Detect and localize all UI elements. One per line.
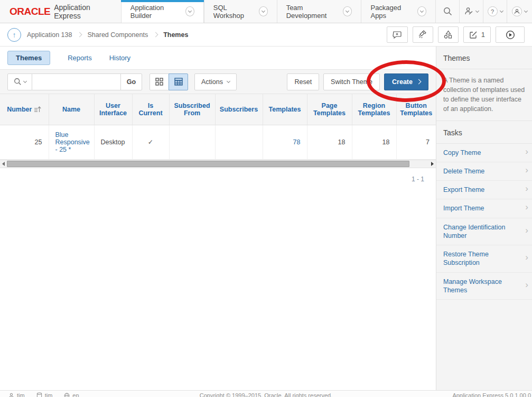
footer-session-info: tim tim en bbox=[8, 392, 79, 397]
administration-icon[interactable] bbox=[459, 0, 483, 23]
chevron-down-icon bbox=[227, 79, 230, 83]
tab-history[interactable]: History bbox=[109, 54, 130, 62]
tab-reports[interactable]: Reports bbox=[68, 54, 92, 62]
search-icon[interactable] bbox=[435, 0, 459, 23]
chevron-down-icon[interactable] bbox=[259, 6, 268, 16]
breadcrumb-separator-icon bbox=[77, 32, 82, 38]
cell-number: 25 bbox=[0, 125, 49, 159]
task-export-theme[interactable]: Export Theme› bbox=[436, 181, 532, 199]
task-copy-theme[interactable]: Copy Theme› bbox=[436, 144, 532, 162]
run-application-button[interactable] bbox=[496, 26, 525, 43]
theme-name-link[interactable]: Blue Responsive - 25 * bbox=[55, 131, 90, 153]
table-view-icon bbox=[174, 78, 183, 86]
chevron-down-icon[interactable] bbox=[185, 6, 194, 16]
task-restore-theme-subscription[interactable]: Restore Theme Subscription› bbox=[436, 245, 532, 273]
footer-copyright: Copyright © 1999–2015, Oracle. All right… bbox=[200, 392, 332, 397]
chevron-down-icon bbox=[524, 9, 528, 13]
reset-button[interactable]: Reset bbox=[287, 73, 319, 90]
globe-icon bbox=[64, 393, 70, 397]
column-header-name[interactable]: Name bbox=[49, 94, 94, 125]
chevron-down-icon[interactable] bbox=[343, 6, 352, 16]
actions-menu-button[interactable]: Actions bbox=[194, 73, 237, 90]
column-header-region-templates[interactable]: Region Templates bbox=[352, 94, 396, 125]
templates-count-link[interactable]: 78 bbox=[293, 139, 301, 146]
cell-name: Blue Responsive - 25 * bbox=[49, 125, 94, 159]
table-row: 25 Blue Responsive - 25 * Desktop ✓ 78 1… bbox=[0, 125, 436, 159]
breadcrumb-separator-icon bbox=[153, 32, 158, 38]
chevron-right-icon bbox=[416, 79, 422, 85]
column-header-user-interface[interactable]: User Interface bbox=[94, 94, 132, 125]
column-header-templates[interactable]: Templates bbox=[263, 94, 307, 125]
task-delete-theme[interactable]: Delete Theme› bbox=[436, 162, 532, 181]
column-header-page-templates[interactable]: Page Templates bbox=[307, 94, 352, 125]
nav-tab-label: Application Builder bbox=[130, 4, 181, 20]
scrollbar-thumb[interactable] bbox=[7, 161, 409, 167]
search-input[interactable] bbox=[32, 73, 121, 90]
scroll-left-arrow-icon[interactable] bbox=[2, 162, 5, 166]
chevron-right-icon: › bbox=[525, 252, 528, 263]
chevron-right-icon: › bbox=[525, 164, 528, 176]
breadcrumb-application[interactable]: Application 138 bbox=[27, 31, 72, 39]
search-column-selector[interactable] bbox=[7, 73, 32, 90]
go-button[interactable]: Go bbox=[120, 73, 142, 90]
main-content: Themes Reports History Go Actions bbox=[0, 47, 436, 390]
footer-version: Application Express 5.0.1.00.0 bbox=[452, 392, 531, 397]
breadcrumb-shared-components[interactable]: Shared Components bbox=[87, 31, 148, 39]
chevron-right-icon: › bbox=[525, 201, 528, 213]
right-sidebar: Themes A Theme is a named collection of … bbox=[436, 47, 532, 390]
column-header-subscribed-from[interactable]: Subscribed From bbox=[169, 94, 215, 125]
chevron-right-icon: › bbox=[525, 183, 528, 195]
user-account-icon[interactable] bbox=[507, 0, 532, 23]
page-footer: tim tim en Copyright © 1999–2015, Oracle… bbox=[0, 390, 532, 397]
cell-button-templates: 7 bbox=[396, 125, 436, 159]
cell-user-interface: Desktop bbox=[94, 125, 132, 159]
column-header-is-current[interactable]: Is Current bbox=[132, 94, 169, 125]
nav-tab-packaged-apps[interactable]: Packaged Apps bbox=[361, 0, 435, 23]
nav-tab-application-builder[interactable]: Application Builder bbox=[121, 0, 204, 23]
up-arrow-icon[interactable]: ↑ bbox=[7, 28, 21, 42]
report-view-button[interactable] bbox=[169, 73, 188, 90]
task-import-theme[interactable]: Import Theme› bbox=[436, 199, 532, 218]
icon-view-button[interactable] bbox=[150, 73, 169, 90]
column-header-subscribers[interactable]: Subscribers bbox=[215, 94, 263, 125]
interactive-report-toolbar: Go Actions Reset Switch Theme Create bbox=[0, 69, 436, 94]
tab-themes[interactable]: Themes bbox=[7, 51, 50, 65]
scroll-right-arrow-icon[interactable] bbox=[431, 162, 434, 166]
cell-templates: 78 bbox=[263, 125, 307, 159]
database-icon bbox=[36, 392, 42, 397]
edit-page-button[interactable]: 1 bbox=[463, 26, 491, 43]
column-header-button-templates[interactable]: Button Templates bbox=[396, 94, 436, 125]
cell-subscribers bbox=[215, 125, 263, 159]
view-toggle-group bbox=[150, 73, 188, 90]
horizontal-scrollbar[interactable] bbox=[0, 160, 436, 168]
nav-tab-team-development[interactable]: Team Development bbox=[277, 0, 361, 23]
cell-is-current: ✓ bbox=[132, 125, 169, 159]
footer-language: en bbox=[64, 392, 79, 397]
actions-label: Actions bbox=[201, 78, 223, 86]
spotlight-icon-button[interactable] bbox=[413, 26, 433, 43]
help-icon[interactable]: ? bbox=[483, 0, 507, 23]
chevron-right-icon: › bbox=[525, 279, 528, 290]
apex-themes-page: ORACLE Application Express Application B… bbox=[0, 0, 532, 397]
task-change-identification-number[interactable]: Change Identification Number› bbox=[436, 218, 532, 246]
task-manage-workspace-themes[interactable]: Manage Workspace Themes› bbox=[436, 273, 532, 300]
switch-theme-button[interactable]: Switch Theme bbox=[323, 73, 380, 90]
create-button[interactable]: Create bbox=[384, 73, 428, 90]
header-icons: ? bbox=[435, 0, 532, 23]
nav-tab-sql-workshop[interactable]: SQL Workshop bbox=[204, 0, 277, 23]
chevron-down-icon bbox=[475, 9, 479, 13]
sidebar-description: A Theme is a named collection of templat… bbox=[436, 69, 532, 121]
table-header-row: Number Name User Interface Is Current Su… bbox=[0, 94, 436, 125]
feedback-button[interactable] bbox=[387, 26, 408, 43]
chevron-down-icon[interactable] bbox=[417, 6, 426, 16]
product-name: Application Express bbox=[54, 3, 107, 20]
column-header-number[interactable]: Number bbox=[0, 94, 49, 125]
tasks-title: Tasks bbox=[436, 121, 532, 144]
create-label: Create bbox=[392, 78, 413, 86]
search-icon bbox=[14, 78, 22, 86]
edit-page-number: 1 bbox=[481, 31, 485, 39]
cell-subscribed-from bbox=[169, 125, 215, 159]
nav-tab-label: Packaged Apps bbox=[370, 4, 413, 20]
sort-ascending-icon bbox=[34, 106, 41, 113]
shared-components-icon-button[interactable] bbox=[438, 26, 459, 43]
